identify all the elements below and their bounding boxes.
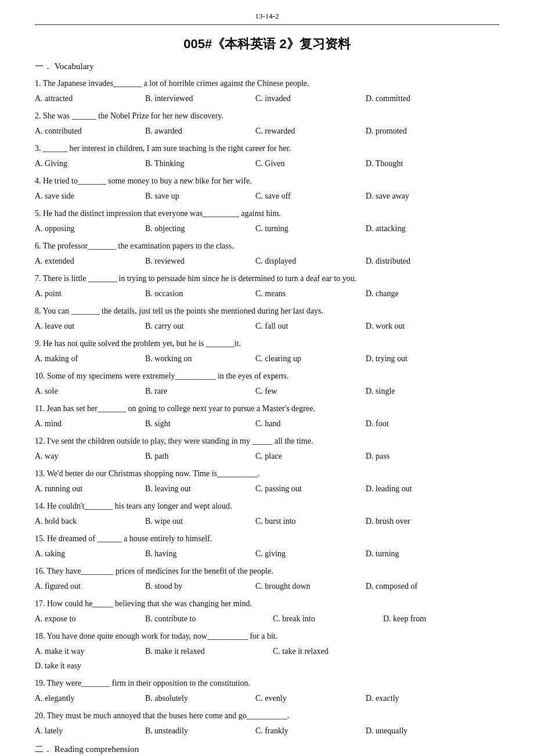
question-text-20: 20. They must be much annoyed that the b… <box>35 709 499 723</box>
option-16-B: B. stood by <box>145 579 255 593</box>
option-10-C: C. few <box>255 384 366 398</box>
option-13-A: A. running out <box>35 481 145 496</box>
option-3-A: A. Giving <box>35 156 145 171</box>
option-17-B: B. contribute to <box>145 611 273 626</box>
question-5: 5. He had the distinct impression that e… <box>35 207 499 236</box>
option-11-B: B. sight <box>145 416 255 431</box>
options-row-17: A. expose toB. contribute toC. break int… <box>35 611 499 626</box>
question-text-1: 1. The Japanese invades_______ a lot of … <box>35 77 499 91</box>
option-8-C: C. fall out <box>255 319 366 333</box>
question-18: 18. You have done quite enough work for … <box>35 629 499 673</box>
option-7-B: B. occasion <box>145 286 255 301</box>
option-19-C: C. evenly <box>255 691 366 705</box>
option-5-D: D. attacking <box>366 221 476 236</box>
option-9-B: B. working on <box>145 351 255 366</box>
option-6-B: B. reviewed <box>145 254 255 268</box>
page-header: 13-14-2 <box>35 12 499 25</box>
question-20: 20. They must be much annoyed that the b… <box>35 709 499 738</box>
question-text-19: 19. They were_______ firm in their oppos… <box>35 676 499 690</box>
question-6: 6. The professor_______ the examination … <box>35 239 499 268</box>
option-7-C: C. means <box>255 286 366 301</box>
option-6-D: D. distributed <box>366 254 476 268</box>
option-5-A: A. opposing <box>35 221 145 236</box>
option-14-C: C. burst into <box>255 514 366 528</box>
question-7: 7. There is little _______ in trying to … <box>35 272 499 301</box>
option-7-D: D. change <box>366 286 476 301</box>
option-17-A: A. expose to <box>35 611 145 626</box>
options-row-19: A. elegantlyB. absolutelyC. evenlyD. exa… <box>35 691 499 705</box>
question-8: 8. You can _______ the details, just tel… <box>35 304 499 333</box>
options-row-9: A. making ofB. working onC. clearing upD… <box>35 351 499 366</box>
question-14: 14. He couldn't_______ his tears any lon… <box>35 499 499 528</box>
option-9-A: A. making of <box>35 351 145 366</box>
option-6-C: C. displayed <box>255 254 366 268</box>
options-row-7: A. pointB. occasionC. meansD. change <box>35 286 499 301</box>
question-text-17: 17. How could he_____ believing that she… <box>35 597 499 611</box>
header-code: 13-14-2 <box>255 12 279 20</box>
question-text-9: 9. He has not quite solved the problem y… <box>35 337 499 351</box>
option-14-B: B. wipe out <box>145 514 255 528</box>
option-18-A: A. make it way <box>35 644 145 658</box>
option-2-B: B. awarded <box>145 124 255 138</box>
option-7-A: A. point <box>35 286 145 301</box>
option-6-A: A. extended <box>35 254 145 268</box>
option-11-C: C. hand <box>255 416 366 431</box>
question-text-4: 4. He tried to_______ some money to buy … <box>35 174 499 188</box>
option-17-C: C. break into <box>273 611 383 626</box>
options-row-6: A. extendedB. reviewedC. displayedD. dis… <box>35 254 499 268</box>
option-12-A: A. way <box>35 449 145 463</box>
option-3-D: D. Thought <box>366 156 476 171</box>
option-18-C: C. take it relaxed <box>273 644 400 658</box>
question-text-3: 3. ______ her interest in children, I am… <box>35 142 499 156</box>
question-19: 19. They were_______ firm in their oppos… <box>35 676 499 705</box>
option-1-A: A. attracted <box>35 91 145 106</box>
option-2-C: C. rewarded <box>255 124 366 138</box>
option-8-B: B. carry out <box>145 319 255 333</box>
option-19-D: D. exactly <box>366 691 476 705</box>
options-row-12: A. wayB. pathC. placeD. pass <box>35 449 499 463</box>
options-row-5: A. opposingB. objectingC. turningD. atta… <box>35 221 499 236</box>
question-text-5: 5. He had the distinct impression that e… <box>35 207 499 221</box>
option-2-A: A. contributed <box>35 124 145 138</box>
section-reading: 二． Reading comprehension <box>35 744 499 755</box>
question-4: 4. He tried to_______ some money to buy … <box>35 174 499 203</box>
question-text-15: 15. He dreamed of ______ a house entirel… <box>35 532 499 546</box>
option-18-D: D. take it easy <box>35 658 145 673</box>
option-4-B: B. save up <box>145 189 255 203</box>
section-title-reading: 二． Reading comprehension <box>35 744 499 755</box>
question-12: 12. I've sent the children outside to pl… <box>35 434 499 463</box>
options-row-3: A. GivingB. ThinkingC. GivenD. Thought <box>35 156 499 171</box>
question-text-18: 18. You have done quite enough work for … <box>35 629 499 643</box>
option-11-A: A. mind <box>35 416 145 431</box>
option-13-B: B. leaving out <box>145 481 255 496</box>
option-12-D: D. pass <box>366 449 476 463</box>
question-2: 2. She was ______ the Nobel Prize for he… <box>35 109 499 138</box>
question-text-7: 7. There is little _______ in trying to … <box>35 272 499 286</box>
options-row-15: A. takingB. havingC. givingD. turning <box>35 546 499 561</box>
question-text-12: 12. I've sent the children outside to pl… <box>35 434 499 448</box>
options-row-18: A. make it wayB. make it relaxedC. take … <box>35 644 499 673</box>
option-15-D: D. turning <box>366 546 476 561</box>
options-row-11: A. mindB. sightC. handD. foot <box>35 416 499 431</box>
option-13-C: C. passing out <box>255 481 366 496</box>
option-3-B: B. Thinking <box>145 156 255 171</box>
question-13: 13. We'd better do our Christmas shoppin… <box>35 467 499 496</box>
option-20-A: A. lately <box>35 723 145 738</box>
option-12-C: C. place <box>255 449 366 463</box>
options-row-8: A. leave outB. carry outC. fall outD. wo… <box>35 319 499 333</box>
option-4-C: C. save off <box>255 189 366 203</box>
question-text-8: 8. You can _______ the details, just tel… <box>35 304 499 318</box>
option-16-C: C. brought down <box>255 579 366 593</box>
question-text-16: 16. They have________ prices of medicine… <box>35 564 499 578</box>
option-19-A: A. elegantly <box>35 691 145 705</box>
option-11-D: D. foot <box>366 416 476 431</box>
option-20-B: B. unsteadily <box>145 723 255 738</box>
option-20-D: D. unequally <box>366 723 476 738</box>
option-1-D: D. committed <box>366 91 476 106</box>
options-row-14: A. hold backB. wipe outC. burst intoD. b… <box>35 514 499 528</box>
question-1: 1. The Japanese invades_______ a lot of … <box>35 77 499 106</box>
option-16-D: D. composed of <box>366 579 476 593</box>
option-14-A: A. hold back <box>35 514 145 528</box>
option-5-B: B. objecting <box>145 221 255 236</box>
question-text-14: 14. He couldn't_______ his tears any lon… <box>35 499 499 513</box>
